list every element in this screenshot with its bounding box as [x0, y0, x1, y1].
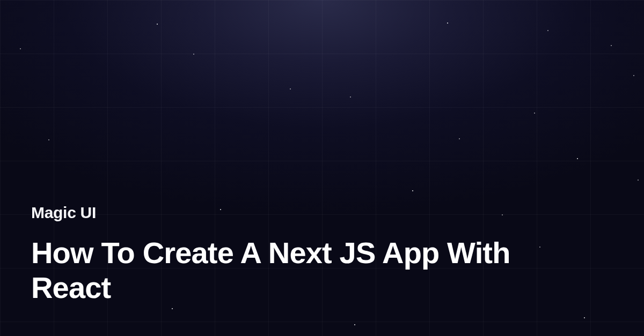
hero-content: Magic UI How To Create A Next JS App Wit… — [31, 204, 514, 305]
star-icon — [48, 139, 49, 140]
star-icon — [290, 88, 291, 89]
star-icon — [633, 75, 634, 76]
star-icon — [350, 96, 351, 98]
star-icon — [193, 54, 194, 55]
star-icon — [577, 158, 578, 159]
star-icon — [412, 190, 413, 191]
brand-label: Magic UI — [31, 204, 514, 222]
star-icon — [584, 317, 585, 318]
star-icon — [20, 48, 21, 49]
star-icon — [354, 324, 355, 325]
star-icon — [157, 24, 158, 25]
star-icon — [459, 138, 460, 139]
star-icon — [447, 23, 448, 24]
star-icon — [611, 45, 612, 46]
page-title: How To Create A Next JS App With React — [31, 236, 514, 305]
star-icon — [534, 113, 535, 114]
star-icon — [539, 247, 540, 248]
star-icon — [172, 308, 173, 309]
star-icon — [547, 30, 548, 31]
star-icon — [638, 180, 639, 181]
